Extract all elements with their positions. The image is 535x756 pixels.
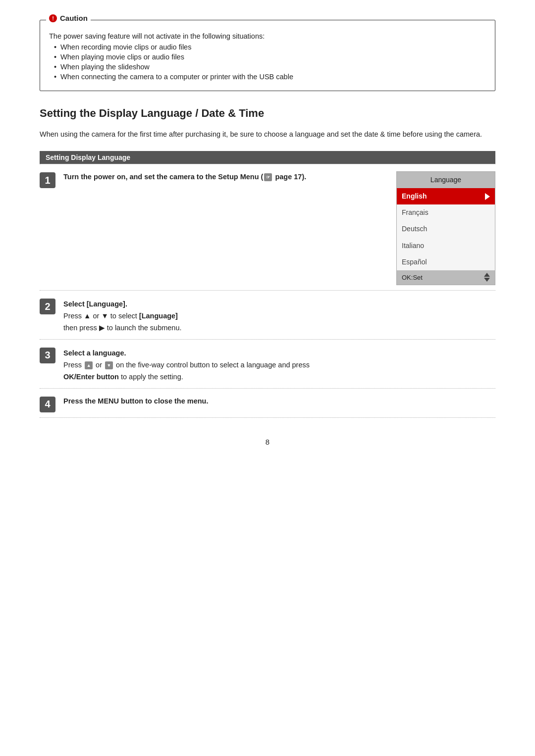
step-3-ok-bold: OK/Enter button xyxy=(63,373,119,381)
step-1-number: 1 xyxy=(40,172,55,188)
page-number: 8 xyxy=(40,438,495,446)
down-icon: ▼ xyxy=(105,361,113,369)
list-item: When playing the slideshow xyxy=(54,63,486,71)
setting-bar: Setting Display Language xyxy=(40,151,495,164)
list-item: When connecting the camera to a computer… xyxy=(54,73,486,81)
caution-box: ! Caution The power saving feature will … xyxy=(40,20,495,91)
step-1-content: Turn the power on, and set the camera to… xyxy=(63,171,495,285)
step-1-title: Turn the power on, and set the camera to… xyxy=(63,173,263,181)
list-item: When recording movie clips or audio file… xyxy=(54,43,486,51)
caution-list: When recording movie clips or audio file… xyxy=(49,43,486,81)
step-1-inner: Turn the power on, and set the camera to… xyxy=(63,171,495,285)
lang-menu-item-espanol[interactable]: Español xyxy=(397,254,495,270)
caution-intro: The power saving feature will not activa… xyxy=(49,32,486,40)
step-2-bold: [Language] xyxy=(139,312,178,320)
lang-menu-item-label: Italiano xyxy=(402,240,424,252)
caution-body: The power saving feature will not activa… xyxy=(49,32,486,81)
lang-menu: Language English Français Deutsch Ital xyxy=(396,171,495,285)
lang-menu-item-label: Deutsch xyxy=(402,223,427,235)
step-1-row: 1 Turn the power on, and set the camera … xyxy=(40,164,495,290)
step-2-number: 2 xyxy=(40,299,55,314)
lang-menu-item-italiano[interactable]: Italiano xyxy=(397,238,495,254)
step-3-content: Select a language. Press ▲ or ▼ on the f… xyxy=(63,348,495,383)
step-3-number: 3 xyxy=(40,348,55,363)
lang-menu-header: Language xyxy=(397,172,495,188)
lang-menu-footer-label: OK:Set xyxy=(402,272,423,283)
caution-title: Caution xyxy=(60,14,88,22)
caution-header: ! Caution xyxy=(46,14,91,22)
tri-up-icon xyxy=(484,273,490,277)
steps-area: 1 Turn the power on, and set the camera … xyxy=(40,164,495,418)
lang-menu-item-label: Français xyxy=(402,207,428,218)
step-4-number: 4 xyxy=(40,397,55,412)
lang-menu-item-deutsch[interactable]: Deutsch xyxy=(397,221,495,237)
lang-menu-item-francais[interactable]: Français xyxy=(397,204,495,221)
tri-down-icon xyxy=(484,278,490,282)
selected-arrow-icon xyxy=(485,193,490,200)
lang-menu-item-label: English xyxy=(402,191,427,202)
step-2-content: Select [Language]. Press ▲ or ▼ to selec… xyxy=(63,299,495,334)
step-3-row: 3 Select a language. Press ▲ or ▼ on the… xyxy=(40,339,495,388)
step-3-title: Select a language. xyxy=(63,348,495,359)
step-1-title-suffix: page 17). xyxy=(273,173,306,181)
caution-icon: ! xyxy=(49,14,57,22)
up-icon: ▲ xyxy=(85,361,93,369)
step-3-body: Press ▲ or ▼ on the five-way control but… xyxy=(63,359,495,383)
lang-menu-item-label: Español xyxy=(402,256,427,268)
lang-menu-footer: OK:Set xyxy=(397,270,495,285)
list-item: When playing movie clips or audio files xyxy=(54,53,486,61)
step-2-title: Select [Language]. xyxy=(63,299,495,310)
step-1-lang-menu: Language English Français Deutsch Ital xyxy=(396,171,495,285)
section-intro: When using the camera for the first time… xyxy=(40,129,495,140)
step-1-left: Turn the power on, and set the camera to… xyxy=(63,171,384,183)
step-4-row: 4 Press the MENU button to close the men… xyxy=(40,388,495,418)
step-1-icon: ☞ xyxy=(264,173,272,181)
step-2-row: 2 Select [Language]. Press ▲ or ▼ to sel… xyxy=(40,290,495,339)
step-2-body: Press ▲ or ▼ to select [Language] then p… xyxy=(63,310,495,334)
section-title: Setting the Display Language / Date & Ti… xyxy=(40,107,495,120)
step-4-content: Press the MENU button to close the menu. xyxy=(63,396,495,407)
step-4-title: Press the MENU button to close the menu. xyxy=(63,396,495,407)
lang-menu-item-english[interactable]: English xyxy=(397,188,495,204)
updown-icon xyxy=(484,273,490,282)
